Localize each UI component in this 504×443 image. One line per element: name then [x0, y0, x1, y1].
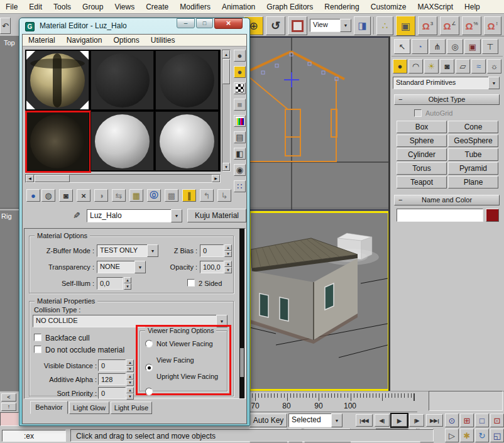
- chevron-down-icon[interactable]: ▼: [147, 244, 158, 257]
- slot-hscrollbar[interactable]: ◀ ▶: [25, 174, 221, 183]
- menu-file[interactable]: File: [0, 0, 23, 14]
- percent-snap-icon[interactable]: Ω%: [462, 16, 481, 35]
- sample-type-icon[interactable]: ●: [234, 50, 246, 62]
- me-menu-navigation[interactable]: Navigation: [61, 35, 108, 46]
- material-class-button[interactable]: Kuju Material: [187, 209, 246, 222]
- reset-material-icon[interactable]: ×: [77, 189, 90, 202]
- me-menu-utilities[interactable]: Utilities: [145, 35, 181, 46]
- go-to-start-button[interactable]: |◀◀: [356, 414, 373, 427]
- background-icon[interactable]: [234, 82, 246, 94]
- primitive-cylinder-button[interactable]: Cylinder: [397, 148, 447, 161]
- menu-maxscript[interactable]: MAXScript: [412, 0, 459, 14]
- hscroll-thumb[interactable]: [35, 175, 70, 182]
- menu-modifiers[interactable]: Modifiers: [174, 0, 216, 14]
- category-systems-icon[interactable]: ☼: [487, 59, 501, 74]
- make-preview-icon[interactable]: ▤: [234, 131, 246, 143]
- occlude-checkbox[interactable]: [34, 346, 41, 353]
- primitive-geosphere-button[interactable]: GeoSphere: [448, 134, 498, 147]
- vscroll-thumb[interactable]: [222, 59, 230, 84]
- sample-slot-selected[interactable]: [26, 111, 89, 171]
- sort-priority-field[interactable]: 0: [98, 387, 126, 399]
- zbias-spinner[interactable]: ▲▼: [224, 244, 232, 257]
- zoom-icon[interactable]: ⊙: [445, 413, 459, 427]
- zbias-field[interactable]: 0: [200, 244, 224, 257]
- angle-snap-icon[interactable]: Ω∠: [440, 16, 459, 35]
- category-geometry-icon[interactable]: ●: [393, 59, 407, 74]
- go-to-parent-icon[interactable]: ↰: [200, 189, 214, 202]
- tab-display-icon[interactable]: ▣: [464, 39, 481, 54]
- spin-up-icon[interactable]: ▲: [124, 277, 131, 283]
- category-helpers-icon[interactable]: ▱: [456, 59, 470, 74]
- minimize-button[interactable]: –: [177, 18, 195, 28]
- scroll-down-icon[interactable]: ▼: [222, 163, 230, 171]
- eyedropper-icon[interactable]: ✎: [73, 211, 80, 221]
- select-by-material-icon[interactable]: ◉: [234, 164, 246, 176]
- rollout-scroll-thumb[interactable]: [240, 348, 244, 377]
- menu-animation[interactable]: Animation: [216, 0, 261, 14]
- sample-slot[interactable]: [155, 50, 219, 110]
- autogrid-checkbox[interactable]: [414, 109, 422, 117]
- snaps-toggle-icon[interactable]: ▣: [396, 16, 415, 36]
- object-color-swatch[interactable]: [486, 209, 499, 222]
- time-ruler[interactable]: 70 80 90 100: [249, 391, 417, 412]
- upright-view-facing-radio[interactable]: [145, 388, 153, 395]
- spin-down-icon[interactable]: ▼: [126, 380, 134, 386]
- chevron-down-icon[interactable]: ▼: [134, 261, 146, 273]
- primitive-pyramid-button[interactable]: Pyramid: [448, 162, 498, 175]
- material-name-dropdown[interactable]: Luz_Halo ▼: [87, 209, 182, 222]
- uv-tiling-icon[interactable]: ■: [234, 99, 246, 111]
- primitive-sphere-button[interactable]: Sphere: [397, 134, 447, 147]
- field-of-view-icon[interactable]: ▷: [445, 429, 459, 442]
- get-material-icon[interactable]: ●: [26, 189, 40, 202]
- category-spacewarps-icon[interactable]: ≈: [471, 59, 486, 74]
- spin-up-icon[interactable]: ▲: [126, 359, 134, 366]
- play-button[interactable]: ▶: [392, 414, 407, 427]
- sample-slot[interactable]: [90, 111, 154, 171]
- menu-tools[interactable]: Tools: [48, 0, 77, 14]
- tab-light-pulse[interactable]: Light Pulse: [111, 402, 152, 414]
- selection-filter-dropdown[interactable]: Selected ▼: [288, 413, 342, 427]
- primitive-cone-button[interactable]: Cone: [448, 121, 498, 133]
- backlight-icon[interactable]: ●: [234, 66, 246, 78]
- maxscript-listener-field[interactable]: :ex: [2, 430, 66, 442]
- sample-slot-active[interactable]: [26, 50, 89, 110]
- tab-behavior[interactable]: Behavior: [30, 401, 68, 414]
- spin-up-icon[interactable]: ▲: [126, 373, 134, 380]
- open-listener-icon[interactable]: ↑: [1, 403, 16, 411]
- spin-down-icon[interactable]: ▼: [126, 393, 134, 400]
- view-facing-radio[interactable]: [145, 364, 153, 371]
- menu-views[interactable]: Views: [109, 0, 140, 14]
- menu-create[interactable]: Create: [140, 0, 174, 14]
- menu-graph-editors[interactable]: Graph Editors: [261, 0, 319, 14]
- scroll-right-icon[interactable]: ▶: [212, 175, 220, 182]
- object-type-rollout[interactable]: −Object Type: [394, 94, 500, 105]
- chevron-down-icon[interactable]: ▼: [340, 19, 351, 32]
- menu-rendering[interactable]: Rendering: [319, 0, 364, 14]
- maximize-button[interactable]: □: [196, 18, 213, 28]
- put-material-to-scene-icon[interactable]: ◍: [41, 189, 55, 202]
- go-to-sibling-icon[interactable]: ↳: [217, 189, 231, 202]
- rotate-icon[interactable]: ↺: [266, 16, 285, 35]
- primitive-torus-button[interactable]: Torus: [397, 162, 447, 175]
- primitive-plane-button[interactable]: Plane: [448, 176, 498, 189]
- selfillum-field[interactable]: 0,0: [97, 277, 123, 290]
- spin-up-icon[interactable]: ▲: [224, 261, 232, 267]
- sort-priority-spinner[interactable]: ▲▼: [126, 387, 134, 399]
- chevron-down-icon[interactable]: ▼: [171, 209, 182, 222]
- transparency-dropdown[interactable]: NONE ▼: [97, 261, 146, 273]
- maxscript-macro-line[interactable]: [0, 412, 19, 426]
- auto-key-button[interactable]: Auto Key: [249, 413, 287, 427]
- spin-up-icon[interactable]: ▲: [224, 244, 232, 251]
- menu-customize[interactable]: Customize: [365, 0, 412, 14]
- primitive-tube-button[interactable]: Tube: [448, 148, 498, 161]
- zoom-all-icon[interactable]: ⊞: [460, 413, 474, 427]
- assign-material-icon[interactable]: ◙: [59, 189, 73, 202]
- sample-slot[interactable]: [90, 50, 154, 110]
- spin-down-icon[interactable]: ▼: [126, 366, 134, 372]
- tab-hierarchy-icon[interactable]: ⋔: [429, 39, 446, 54]
- category-shapes-icon[interactable]: ◠: [408, 59, 423, 74]
- scroll-up-icon[interactable]: ▲: [222, 50, 230, 58]
- zoom-extents-icon[interactable]: □: [475, 413, 489, 427]
- primitive-teapot-button[interactable]: Teapot: [397, 176, 447, 189]
- material-navigator-icon[interactable]: ∷: [234, 180, 246, 192]
